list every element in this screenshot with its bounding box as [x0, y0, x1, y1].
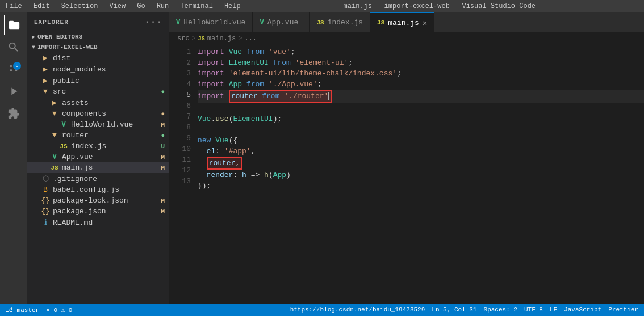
menu-view[interactable]: View: [109, 2, 126, 10]
status-bar: ⎇ master ✕ 0 ⚠ 0 https://blog.csdn.net/b…: [0, 304, 644, 316]
menu-file[interactable]: File: [6, 2, 22, 10]
folder-icon: ▶: [41, 76, 50, 85]
tree-item-src[interactable]: ▼ src ●: [27, 86, 169, 97]
folder-icon: ▼: [50, 109, 59, 118]
tree-item-helloworld[interactable]: V HelloWorld.vue M: [27, 119, 169, 130]
package-badge: M: [161, 208, 165, 215]
tree-item-label-readme: README.md: [53, 218, 169, 227]
explorer-label: EXPLORER: [34, 19, 69, 26]
tree-item-readme[interactable]: ℹ README.md: [27, 217, 169, 228]
tree-item-dist[interactable]: ▶ dist: [27, 52, 169, 64]
breadcrumb-sep2: >: [238, 35, 242, 43]
search-activity-icon[interactable]: [4, 37, 23, 57]
code-line-2: import ElementUI from 'element-ui';: [198, 57, 644, 68]
folder-icon: ▼: [50, 131, 59, 140]
tree-item-label-public: public: [53, 77, 169, 85]
tab-close-button[interactable]: ✕: [423, 18, 427, 28]
blog-url: https://blog.csdn.net/baidu_19473529: [290, 306, 425, 313]
tree-item-package-lock[interactable]: {} package-lock.json M: [27, 195, 169, 206]
git-branch[interactable]: ⎇ master: [6, 306, 39, 314]
tree-item-appvue[interactable]: V App.vue M: [27, 151, 169, 162]
run-activity-icon[interactable]: [4, 82, 23, 101]
vue-icon: V: [59, 121, 68, 129]
open-editors-chevron: ▶: [32, 33, 35, 40]
tree-item-components[interactable]: ▼ components ●: [27, 108, 169, 119]
titlebar-menu[interactable]: File Edit Selection View Go Run Terminal…: [6, 2, 241, 10]
js-icon: JS: [50, 165, 59, 171]
menu-go[interactable]: Go: [137, 2, 145, 10]
json-icon: {}: [41, 207, 50, 216]
mainjs-badge: M: [161, 165, 165, 171]
line-endings: LF: [550, 306, 557, 313]
sidebar-header: EXPLORER ···: [27, 12, 169, 32]
code-line-1: import Vue from 'vue';: [198, 47, 644, 57]
readme-icon: ℹ: [41, 218, 50, 227]
code-line-6: [198, 103, 644, 113]
files-activity-icon[interactable]: [4, 15, 23, 35]
code-line-10: el: '#app',: [198, 146, 644, 157]
tree-item-label-assets: assets: [62, 99, 169, 107]
tabs-bar: V HelloWorld.vue V App.vue JS index.js J…: [169, 12, 644, 32]
source-control-badge: 6: [13, 62, 21, 70]
tree-item-label-dist: dist: [53, 54, 169, 62]
tree-item-public[interactable]: ▶ public: [27, 75, 169, 86]
vue-icon: V: [50, 153, 59, 161]
source-control-activity-icon[interactable]: 6: [4, 60, 23, 79]
breadcrumb-dots: ...: [244, 35, 257, 43]
tree-item-label-src: src: [53, 87, 161, 96]
cursor-position: Ln 5, Col 31: [432, 306, 476, 313]
tree-item-assets[interactable]: ▶ assets: [27, 97, 169, 108]
extensions-activity-icon[interactable]: [4, 104, 23, 123]
tree-item-package[interactable]: {} package.json M: [27, 206, 169, 217]
js-tab-icon: JS: [316, 19, 324, 26]
tab-mainjs[interactable]: JS main.js ✕: [370, 12, 434, 32]
folder-icon: ▶: [41, 53, 50, 62]
tree-item-label-babel: babel.config.js: [53, 186, 169, 194]
tree-item-label-package-lock: package-lock.json: [53, 196, 161, 205]
code-line-9: new Vue({: [198, 135, 644, 146]
titlebar: File Edit Selection View Go Run Terminal…: [0, 0, 644, 12]
menu-edit[interactable]: Edit: [34, 2, 50, 10]
breadcrumb-sep1: >: [192, 35, 196, 43]
open-editors-section[interactable]: ▶ OPEN EDITORS: [27, 32, 169, 42]
status-bar-left: ⎇ master ✕ 0 ⚠ 0: [6, 306, 72, 314]
tab-indexjs[interactable]: JS index.js: [310, 12, 370, 32]
tree-item-mainjs[interactable]: JS main.js M: [27, 162, 169, 173]
breadcrumb: src > JS main.js > ...: [169, 32, 644, 45]
code-editor[interactable]: 1 2 3 4 5 6 7 8 9 10 11 12 13 import Vue…: [169, 45, 644, 304]
helloworld-badge: M: [161, 121, 165, 128]
vue-tab-icon: V: [260, 19, 264, 27]
tree-item-node-modules[interactable]: ▶ node_modules: [27, 64, 169, 75]
menu-terminal[interactable]: Terminal: [180, 2, 213, 10]
menu-selection[interactable]: Selection: [61, 2, 98, 10]
menu-run[interactable]: Run: [157, 2, 169, 10]
code-content: import Vue from 'vue'; import ElementUI …: [198, 45, 644, 304]
encoding: UTF-8: [524, 306, 543, 313]
tab-helloworld-label: HelloWorld.vue: [183, 18, 245, 27]
tree-item-router[interactable]: ▼ router ●: [27, 130, 169, 141]
tree-item-label-node-modules: node_modules: [53, 65, 169, 74]
project-section[interactable]: ▼ IMPORT-EXCEL-WEB: [27, 42, 169, 52]
sidebar-more-button[interactable]: ···: [144, 17, 162, 27]
tab-appvue[interactable]: V App.vue: [253, 12, 310, 32]
tree-item-babel[interactable]: B babel.config.js: [27, 184, 169, 195]
tree-item-label-components: components: [62, 109, 161, 118]
tab-mainjs-label: main.js: [388, 19, 419, 27]
formatter[interactable]: Prettier: [608, 306, 638, 313]
sidebar: EXPLORER ··· ▶ OPEN EDITORS ▼ IMPORT-EXC…: [27, 12, 169, 304]
js-tab-icon-active: JS: [377, 19, 384, 26]
errors-count[interactable]: ✕ 0 ⚠ 0: [46, 306, 72, 314]
code-line-4: import App from './App.vue';: [198, 79, 644, 90]
tree-item-router-index[interactable]: JS index.js U: [27, 141, 169, 151]
tab-helloworld[interactable]: V HelloWorld.vue: [169, 12, 253, 32]
window-title: main.js — import-excel-web — Visual Stud…: [344, 2, 536, 10]
folder-icon: ▶: [50, 98, 59, 107]
tree-item-gitignore[interactable]: ⬡ .gitignore: [27, 173, 169, 184]
project-chevron: ▼: [32, 44, 35, 50]
router-index-badge: U: [161, 143, 165, 150]
tree-item-label-appvue: App.vue: [62, 153, 161, 161]
language[interactable]: JavaScript: [564, 306, 601, 313]
menu-help[interactable]: Help: [224, 2, 241, 10]
main-layout: 6 EXPLORER ··· ▶ OPEN EDITORS ▼ IMPORT-E…: [0, 12, 644, 304]
line-numbers: 1 2 3 4 5 6 7 8 9 10 11 12 13: [169, 45, 198, 304]
